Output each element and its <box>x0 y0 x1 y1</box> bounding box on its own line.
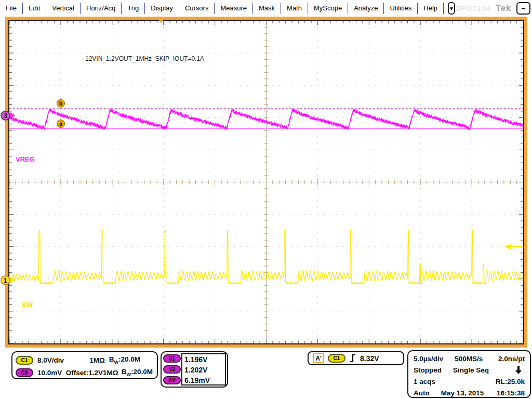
cursor-v1-value: 1.196V <box>184 354 225 365</box>
ch3-offset: Offset:1.2V <box>66 369 103 377</box>
trigger-position-marker[interactable] <box>157 18 165 23</box>
menu-bar: File Edit Vertical Horiz/Acq Trig Displa… <box>0 0 532 17</box>
minimize-button[interactable]: − <box>516 2 530 15</box>
time-label: 16:15:38 <box>497 389 525 397</box>
tektronix-logo: Tek <box>496 4 511 13</box>
cursor-dv-value: 6.19mV <box>184 375 225 385</box>
acq-mode: Single Seq <box>453 366 489 374</box>
ch1-scale: 8.0V/div <box>37 356 64 364</box>
model-number-label: DPO7104 <box>455 4 490 12</box>
ch1-ground-marker[interactable]: 1 <box>1 275 10 285</box>
acq-status: Stopped <box>414 366 442 374</box>
date-label: May 13, 2015 <box>441 389 484 397</box>
menu-display[interactable]: Display <box>145 3 179 14</box>
datetime-row: Auto May 13, 2015 16:15:38 <box>414 387 525 398</box>
ch3-scale: 10.0mV <box>37 369 62 377</box>
titlebar-right: DPO7104 Tek − X <box>455 2 532 15</box>
rising-edge-icon <box>349 354 356 363</box>
ch1-waveform-label: SW <box>22 301 33 309</box>
ch3-badge[interactable]: C3 <box>16 368 33 377</box>
cursor-v2-badge[interactable]: V2 <box>163 365 181 374</box>
cursor-a-handle[interactable]: a <box>57 119 65 128</box>
cursor-dv-badge[interactable]: ΔV <box>163 376 181 384</box>
trigger-level-arrow-icon[interactable] <box>504 244 511 250</box>
ch3-waveform-label: VREG <box>16 155 35 163</box>
ch3-coupling: 1MΩ <box>103 369 118 377</box>
menu-measure[interactable]: Measure <box>215 3 253 14</box>
screen-annotation: 12VIN_1.2VOUT_1MHz_SKIP_IOUT=0.1A <box>85 55 204 62</box>
channel-readout-box[interactable]: C1 8.0V/div 1MΩ BW:20.0M C3 10.0mV Offse… <box>11 351 158 379</box>
trigger-mode: Auto <box>414 389 430 397</box>
menu-mask[interactable]: Mask <box>253 3 281 14</box>
single-seq-arrow-icon <box>515 366 522 374</box>
cursor-v2-value: 1.202V <box>184 365 225 375</box>
ch1-coupling: 1MΩ <box>89 356 105 364</box>
record-length: RL:25.0k <box>496 378 525 385</box>
timebase-scale: 5.0µs/div <box>414 355 443 363</box>
menu-file[interactable]: File <box>0 3 23 14</box>
trigger-source-badge[interactable]: A' <box>313 353 324 363</box>
ch3-bandwidth: BW:20.0M <box>122 368 153 377</box>
chevron-down-icon: ▼ <box>449 6 454 11</box>
ch3-readout-row: C3 10.0mV Offset:1.2V 1MΩ BW:20.0M <box>16 366 153 379</box>
ch3-ground-marker[interactable]: 3 <box>1 111 10 121</box>
ch1-marker-arrow-icon <box>10 277 15 283</box>
menu-utilities[interactable]: Utilities <box>384 3 418 14</box>
menu-math[interactable]: Math <box>281 3 308 14</box>
horizontal-readout-box[interactable]: 5.0µs/div 500MS/s 2.0ns/pt Stopped Singl… <box>407 350 531 398</box>
menu-overflow-button[interactable]: ▼ <box>448 2 455 15</box>
ch1-readout-row: C1 8.0V/div 1MΩ BW:20.0M <box>16 354 153 366</box>
menu-help[interactable]: Help <box>418 3 444 14</box>
trigger-readout-box[interactable]: A' C1 8.32V <box>308 351 404 365</box>
menu-cursors[interactable]: Cursors <box>179 3 215 14</box>
trigger-level-value: 8.32V <box>360 354 379 363</box>
acq-count: 1 acqs <box>414 378 435 385</box>
waveform-display <box>9 21 523 343</box>
cursor-b-handle[interactable]: b <box>57 99 65 108</box>
acq-status-row: Stopped Single Seq <box>414 364 525 376</box>
cursor-badge-column: V1 V2 ΔV <box>163 353 181 385</box>
timebase-row: 5.0µs/div 500MS/s 2.0ns/pt <box>414 353 525 364</box>
ch3-marker-arrow-icon <box>10 112 15 118</box>
cursor-readout-box[interactable]: V1 V2 ΔV 1.196V 1.202V 6.19mV <box>161 351 228 388</box>
oscilloscope-application: File Edit Vertical Horiz/Acq Trig Displa… <box>0 0 532 399</box>
cursor-value-panel: 1.196V 1.202V 6.19mV <box>181 353 226 385</box>
menu-analyze[interactable]: Analyze <box>348 3 384 14</box>
ch1-bandwidth: BW:20.0M <box>109 355 140 365</box>
sample-rate: 500MS/s <box>455 355 483 363</box>
menu-edit[interactable]: Edit <box>23 3 46 14</box>
sample-resolution: 2.0ns/pt <box>498 355 525 363</box>
ch1-badge[interactable]: C1 <box>16 356 33 365</box>
cursor-v1-badge[interactable]: V1 <box>163 354 181 363</box>
acq-count-row: 1 acqs RL:25.0k <box>414 376 525 387</box>
menu-trig[interactable]: Trig <box>122 3 145 14</box>
trigger-channel-badge[interactable]: C1 <box>328 354 345 363</box>
menu-horiz-acq[interactable]: Horiz/Acq <box>81 3 122 14</box>
menu-myscope[interactable]: MyScope <box>308 3 348 14</box>
menu-vertical[interactable]: Vertical <box>46 3 81 14</box>
